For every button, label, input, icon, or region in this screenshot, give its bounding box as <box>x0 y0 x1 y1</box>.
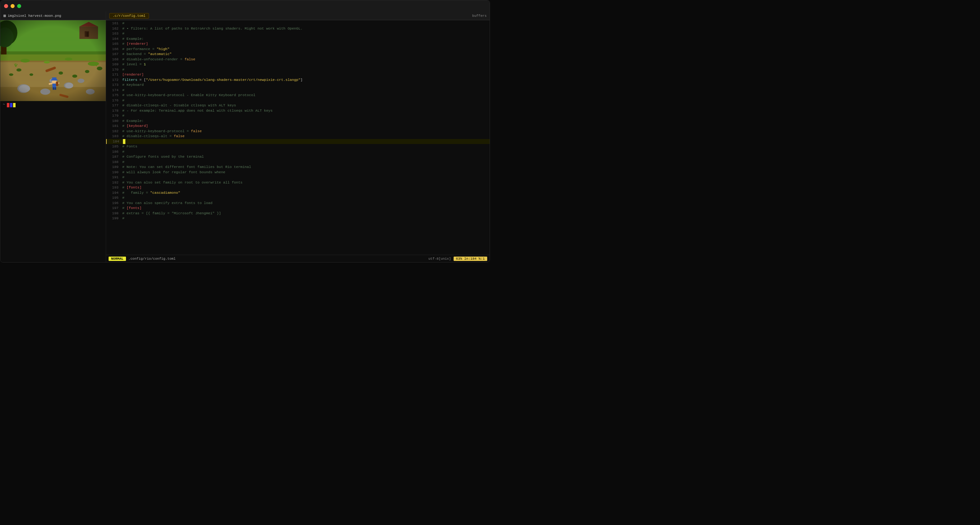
line-number: 197 <box>107 205 119 211</box>
game-scene-svg <box>0 20 106 101</box>
line-content: # [fonts] <box>122 205 142 211</box>
line-number: 183 <box>107 134 119 139</box>
line-content: # [fonts] <box>122 185 142 190</box>
line-number: 195 <box>107 195 119 200</box>
line-content: # <box>122 98 124 103</box>
code-line: 187# Configure fonts used by the termina… <box>106 154 490 159</box>
line-content: # Fonts <box>122 144 137 149</box>
line-content: # extras = [{ family = "Microsoft JhengH… <box>122 211 221 216</box>
line-content: # <box>122 88 124 93</box>
prompt-tilde: ~ <box>3 102 5 107</box>
line-content: # level = 1 <box>122 62 146 67</box>
line-content: # disable-unfocused-render = false <box>122 57 196 62</box>
line-number: 190 <box>107 170 119 175</box>
status-position: 63% ln:184 %:1 <box>453 256 487 261</box>
line-content: # performance = "high" <box>122 47 170 52</box>
code-line: 188# <box>106 159 490 165</box>
line-number: 184 <box>108 139 119 144</box>
status-file: .config/rio/config.toml <box>129 257 176 261</box>
terminal-window: img2sixel harvest-moon.png <box>0 0 490 262</box>
code-line: 174# <box>106 88 490 93</box>
line-content: # [keyboard] <box>122 124 148 129</box>
editor-content[interactable]: 161#162# • filters: A list of paths to R… <box>106 20 490 255</box>
line-number: 179 <box>107 113 119 118</box>
code-line: 165# [renderer] <box>106 41 490 47</box>
close-button[interactable] <box>4 4 8 8</box>
code-line: 190# will always look for regular font b… <box>106 170 490 175</box>
line-number: 169 <box>107 62 119 67</box>
line-number: 198 <box>107 211 119 216</box>
line-content: # family = "cascadiamono" <box>122 190 180 196</box>
line-content: [renderer] <box>122 72 144 78</box>
line-content: # <box>122 159 124 165</box>
line-number: 176 <box>107 98 119 103</box>
line-number: 193 <box>107 185 119 190</box>
code-line: 177# disable-ctlseqs-alt - Disable ctlse… <box>106 103 490 108</box>
line-number: 188 <box>107 159 119 165</box>
line-number: 191 <box>107 175 119 180</box>
code-line: 181# [keyboard] <box>106 124 490 129</box>
line-content: # Note: You can set different font famil… <box>122 164 251 170</box>
title-bar <box>0 0 490 11</box>
buffers-label: buffers <box>472 14 487 18</box>
line-number: 187 <box>107 154 119 159</box>
code-line: 196# You can also specify extra fonts to… <box>106 200 490 206</box>
code-line: 193# [fonts] <box>106 185 490 190</box>
line-number: 172 <box>107 78 119 83</box>
line-content: # You can also set family on root to ove… <box>122 180 242 185</box>
line-content: # disable-ctlseqs-alt = false <box>122 134 185 139</box>
line-number: 189 <box>107 164 119 170</box>
code-line: 182# use-kitty-keyboard-protocol = false <box>106 129 490 134</box>
minimize-button[interactable] <box>11 4 14 8</box>
code-line: 176# <box>106 98 490 103</box>
editor-header: .c/r/config.toml buffers <box>106 11 490 20</box>
code-line: 179# <box>106 113 490 118</box>
code-line: 171[renderer] <box>106 72 490 78</box>
line-number: 177 <box>107 103 119 108</box>
line-content: filters = ["/Users/hugoamor/Downloads/sl… <box>122 78 303 83</box>
file-tab[interactable]: .c/r/config.toml <box>109 13 149 19</box>
main-content: img2sixel harvest-moon.png <box>0 11 490 262</box>
code-line: 163# <box>106 31 490 37</box>
line-content: # <box>122 149 124 154</box>
code-line: 189# Note: You can set different font fa… <box>106 164 490 170</box>
line-content: # [renderer] <box>122 41 148 47</box>
status-encoding: utf-8[unix] <box>428 257 451 261</box>
line-content: # <box>122 216 124 221</box>
line-number: 185 <box>107 144 119 149</box>
code-line: 164# Example: <box>106 37 490 42</box>
line-number: 164 <box>107 37 119 42</box>
terminal-bottom: ~ <box>0 101 106 262</box>
line-number: 165 <box>107 41 119 47</box>
line-number: 161 <box>107 21 119 26</box>
line-content: # will always look for regular font boun… <box>122 170 225 175</box>
line-content: # use-kitty-keyboard-protocol - Enable K… <box>122 93 255 98</box>
line-number: 186 <box>107 149 119 154</box>
code-line: 162# • filters: A list of paths to Retro… <box>106 26 490 32</box>
status-mode: NORMAL <box>108 256 126 261</box>
code-line: 166# performance = "high" <box>106 47 490 52</box>
code-line: 184 <box>106 139 490 144</box>
line-content: # Example: <box>122 118 144 124</box>
code-line: 185# Fonts <box>106 144 490 149</box>
line-content: # <box>122 175 124 180</box>
terminal-tab[interactable]: img2sixel harvest-moon.png <box>0 11 106 20</box>
status-right: utf-8[unix] 63% ln:184 %:1 <box>428 256 487 261</box>
line-number: 199 <box>107 216 119 221</box>
line-number: 167 <box>107 52 119 57</box>
line-content: # use-kitty-keyboard-protocol = false <box>122 129 202 134</box>
color-blocks <box>7 103 16 107</box>
line-number: 181 <box>107 124 119 129</box>
line-number: 192 <box>107 180 119 185</box>
game-image <box>0 20 106 101</box>
code-line: 168# disable-unfocused-render = false <box>106 57 490 62</box>
line-number: 168 <box>107 57 119 62</box>
code-line: 186# <box>106 149 490 154</box>
status-bar: NORMAL .config/rio/config.toml utf-8[uni… <box>106 255 490 262</box>
code-line: 191# <box>106 175 490 180</box>
color-block-blue <box>10 103 13 107</box>
maximize-button[interactable] <box>17 4 21 8</box>
code-line: 199# <box>106 216 490 221</box>
code-line: 197# [fonts] <box>106 205 490 211</box>
code-lines: 161#162# • filters: A list of paths to R… <box>106 21 490 221</box>
